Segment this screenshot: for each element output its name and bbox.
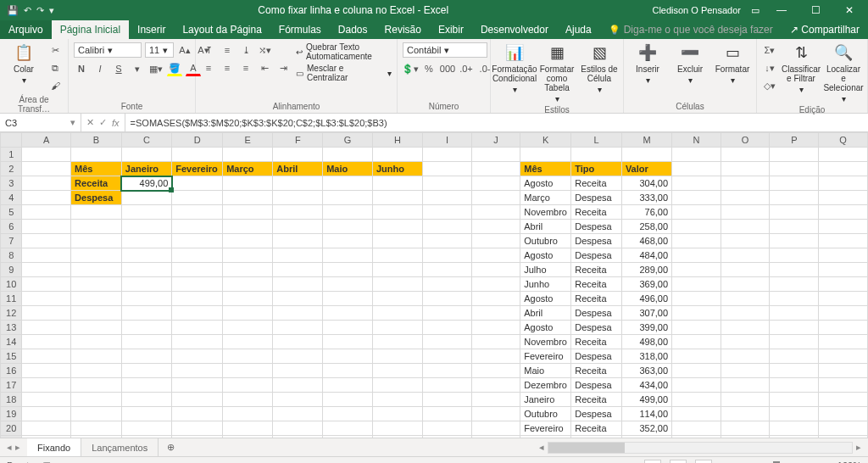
cell[interactable] [121, 148, 171, 162]
cell[interactable] [273, 148, 323, 162]
cell[interactable]: 499,00 [121, 176, 171, 191]
cell[interactable] [172, 306, 223, 321]
tab-file[interactable]: Arquivo [0, 20, 52, 39]
row-header[interactable]: 4 [1, 191, 22, 205]
cell[interactable]: 307,00 [621, 306, 671, 321]
cell[interactable] [819, 335, 868, 349]
cell[interactable] [373, 234, 423, 248]
row-header[interactable]: 12 [1, 306, 22, 321]
find-select-button[interactable]: 🔍Localizar e Selecionar▾ [825, 42, 862, 103]
format-painter-icon[interactable]: 🖌 [47, 78, 63, 93]
cell[interactable]: Receita [71, 176, 122, 191]
cell[interactable]: 289,00 [621, 263, 671, 277]
cell[interactable] [273, 176, 323, 191]
cell[interactable] [770, 349, 819, 364]
close-button[interactable]: ✕ [837, 4, 861, 16]
cell[interactable]: 496,00 [621, 292, 671, 306]
increase-font-icon[interactable]: A▴ [177, 42, 192, 58]
cell[interactable] [373, 335, 423, 349]
cell[interactable] [471, 421, 520, 436]
cell[interactable] [819, 364, 868, 378]
cell[interactable]: 352,00 [621, 421, 671, 436]
cell[interactable]: Março [520, 191, 571, 205]
cell[interactable] [71, 335, 122, 349]
italic-button[interactable]: I [92, 61, 108, 76]
cell[interactable] [22, 263, 71, 277]
borders-button[interactable]: ▦▾ [148, 61, 164, 76]
cell[interactable] [770, 378, 819, 393]
cell[interactable] [22, 191, 71, 205]
cell[interactable] [423, 263, 471, 277]
align-bottom-icon[interactable]: ⤓ [238, 42, 253, 58]
row-header[interactable]: 10 [1, 277, 22, 292]
cell[interactable] [373, 436, 423, 438]
cell[interactable] [323, 378, 373, 393]
cell[interactable] [373, 378, 423, 393]
cell[interactable] [423, 292, 471, 306]
row-header[interactable]: 9 [1, 263, 22, 277]
cell[interactable]: Despesa [571, 248, 622, 263]
cell[interactable] [323, 393, 373, 407]
sort-filter-button[interactable]: ⇅Classificar e Filtrar▾ [782, 42, 820, 94]
cell[interactable] [423, 176, 471, 191]
column-header[interactable]: G [323, 133, 373, 148]
cell[interactable] [721, 220, 770, 234]
cell[interactable]: Maio [520, 364, 571, 378]
cell[interactable] [770, 234, 819, 248]
row-header[interactable]: 18 [1, 393, 22, 407]
cell[interactable] [273, 436, 323, 438]
cell[interactable] [323, 148, 373, 162]
cell[interactable] [721, 191, 770, 205]
cell[interactable]: Maio [323, 162, 373, 176]
cell[interactable] [423, 436, 471, 438]
cell[interactable]: Agosto [520, 321, 571, 335]
cell[interactable] [172, 148, 223, 162]
cell[interactable]: Despesa [571, 349, 622, 364]
increase-decimal-icon[interactable]: .0+ [459, 61, 474, 76]
cell[interactable]: Junho [520, 277, 571, 292]
cell[interactable] [423, 248, 471, 263]
cell[interactable] [223, 191, 273, 205]
cell[interactable] [819, 306, 868, 321]
cell[interactable] [373, 349, 423, 364]
cell[interactable] [770, 220, 819, 234]
cell[interactable] [721, 277, 770, 292]
cell[interactable]: 468,00 [621, 234, 671, 248]
cell[interactable] [471, 378, 520, 393]
cell[interactable] [621, 148, 671, 162]
cell[interactable] [721, 205, 770, 220]
cell[interactable]: Receita [571, 277, 622, 292]
cell[interactable] [22, 378, 71, 393]
cell[interactable] [423, 407, 471, 421]
cell[interactable] [571, 436, 622, 438]
cell[interactable] [172, 321, 223, 335]
conditional-formatting-button[interactable]: 📊Formatação Condicional▾ [496, 42, 533, 94]
cell[interactable] [373, 248, 423, 263]
cell[interactable] [471, 191, 520, 205]
cell[interactable] [672, 349, 721, 364]
cell[interactable] [223, 349, 273, 364]
new-sheet-button[interactable]: ⊕ [159, 438, 183, 456]
select-all-cell[interactable] [1, 133, 22, 148]
cell[interactable] [471, 205, 520, 220]
undo-icon[interactable]: ↶ [24, 5, 31, 16]
cell[interactable] [672, 364, 721, 378]
cell[interactable]: Despesa [571, 321, 622, 335]
cell[interactable] [471, 335, 520, 349]
cell[interactable] [721, 248, 770, 263]
cell[interactable] [223, 234, 273, 248]
cell[interactable] [721, 436, 770, 438]
cell[interactable] [121, 335, 171, 349]
cell[interactable]: Janeiro [520, 393, 571, 407]
hscroll-left-icon[interactable]: ◂ [539, 442, 544, 453]
cell[interactable] [22, 234, 71, 248]
cell[interactable] [373, 407, 423, 421]
cell[interactable] [22, 292, 71, 306]
tab-view[interactable]: Exibir [430, 20, 472, 39]
cell[interactable] [423, 205, 471, 220]
cell[interactable] [423, 364, 471, 378]
row-header[interactable]: 11 [1, 292, 22, 306]
cell[interactable]: Novembro [520, 205, 571, 220]
cell[interactable] [223, 148, 273, 162]
cell[interactable]: Despesa [571, 220, 622, 234]
